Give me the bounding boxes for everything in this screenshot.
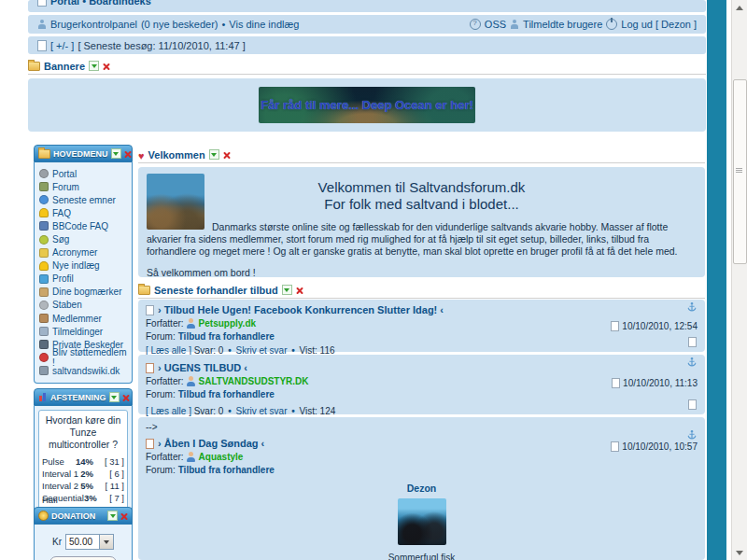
banners-title: Bannere bbox=[44, 61, 85, 72]
sidebar-item-profil[interactable]: Profil bbox=[38, 273, 128, 286]
sidebar-item-staben[interactable]: Staben bbox=[38, 299, 128, 312]
collapse-toggle-icon[interactable] bbox=[89, 61, 99, 71]
signature-photo-link[interactable] bbox=[146, 498, 698, 545]
replies-count: Svar: 0 bbox=[194, 406, 224, 416]
donation-title: DONATION bbox=[51, 511, 105, 521]
page-icon bbox=[37, 0, 47, 7]
sidebar-item-tilmeldinger[interactable]: Tilmeldinger bbox=[38, 325, 128, 338]
ucp-link[interactable]: Brugerkontrolpanel bbox=[50, 19, 137, 30]
close-icon[interactable] bbox=[122, 394, 130, 401]
date-icon bbox=[611, 441, 619, 452]
author-link[interactable]: SALTVANDSUDSTYR.DK bbox=[199, 376, 309, 386]
collapse-toggle-icon[interactable] bbox=[282, 285, 292, 295]
coin-icon bbox=[38, 511, 49, 521]
sidebar-item-forum[interactable]: Forum bbox=[38, 180, 128, 193]
collapse-toggle-icon[interactable] bbox=[111, 148, 121, 159]
page-edge-strip bbox=[707, 0, 726, 560]
report-icon[interactable] bbox=[688, 337, 697, 347]
scrollbar-up-arrow[interactable] bbox=[732, 0, 747, 15]
forum-link[interactable]: Tilbud fra forhandlere bbox=[178, 389, 275, 399]
poll-question: Hvordan køre din Tunze multicontroller ? bbox=[42, 414, 124, 451]
post-title-link[interactable]: › Åben I Dag Søndag ‹ bbox=[158, 438, 264, 449]
amount-select[interactable]: 50.00 bbox=[65, 534, 114, 550]
banner-ad[interactable]: Får råd til mere... Deep Ocean er her! bbox=[259, 87, 475, 123]
forum-label: Forum: bbox=[146, 465, 176, 475]
offers-section-header: Seneste forhandler tilbud bbox=[138, 282, 705, 299]
logout-link[interactable]: Log ud [ Dezon ] bbox=[621, 19, 697, 30]
author-link[interactable]: Petsupply.dk bbox=[199, 318, 257, 329]
main-menu-header: HOVEDMENU bbox=[34, 145, 133, 162]
author-link[interactable]: Aquastyle bbox=[199, 452, 244, 462]
portal-icon bbox=[39, 169, 49, 178]
breadcrumb[interactable]: Portal • Boardindeks bbox=[50, 0, 151, 7]
collapse-toggle-icon[interactable] bbox=[107, 511, 118, 521]
scrollbar-down-arrow[interactable] bbox=[732, 545, 747, 560]
sidebar-item-bogmaerker[interactable]: Dine bogmærker bbox=[38, 286, 128, 299]
collapse-toggle-icon[interactable] bbox=[209, 149, 219, 160]
offer-post: › Tilbud Hele Ugen! Facebook Konkurrence… bbox=[138, 300, 705, 352]
scrollbar-thumb[interactable] bbox=[733, 79, 747, 264]
sidebar-item-faq[interactable]: FAQ bbox=[38, 206, 128, 219]
topic-icon bbox=[146, 363, 154, 373]
welcome-panel: Velkommen til Saltvandsforum.dk For folk… bbox=[138, 167, 705, 277]
amount-value: 50.00 bbox=[66, 537, 99, 547]
donation-header: DONATION bbox=[34, 507, 133, 525]
poll-option: Interval 2 5% [ 11 ] bbox=[42, 480, 124, 492]
scrollbar[interactable] bbox=[731, 0, 747, 560]
write-reply-link[interactable]: Skriv et svar bbox=[235, 406, 287, 416]
sidebar-item-medlemmer[interactable]: Medlemmer bbox=[38, 312, 128, 325]
offer-post: › UGENS TILBUD ‹ Forfatter: SALTVANDSUDS… bbox=[138, 355, 705, 414]
report-icon[interactable] bbox=[688, 399, 697, 410]
signature-caption: Sommerfugl fisk bbox=[146, 553, 698, 560]
sidebar-item-seneste-emner[interactable]: Seneste emner bbox=[38, 193, 128, 206]
close-icon[interactable] bbox=[103, 63, 110, 70]
new-messages-link[interactable]: (0 nye beskeder) bbox=[141, 19, 218, 30]
heart-icon bbox=[138, 147, 145, 163]
sidebar-item-stoettemedlem[interactable]: Bliv støttemedlem ! bbox=[38, 351, 128, 364]
oss-link[interactable]: OSS bbox=[485, 19, 506, 30]
anchor-icon[interactable] bbox=[686, 357, 698, 371]
post-title-link[interactable]: › Tilbud Hele Ugen! Facebook Konkurrence… bbox=[158, 304, 444, 315]
post-title-link[interactable]: › UGENS TILBUD ‹ bbox=[158, 362, 247, 373]
dropdown-arrow-icon[interactable] bbox=[99, 535, 113, 549]
bookmarks-icon bbox=[39, 287, 49, 297]
forum-link[interactable]: Tilbud fra forhandlere bbox=[178, 465, 275, 475]
read-all-link[interactable]: [ Læs alle ] bbox=[146, 406, 191, 416]
poll-option: Interval 1 2% [ 6 ] bbox=[42, 468, 124, 480]
sidebar-main-menu: HOVEDMENU Portal Forum Seneste emner FAQ… bbox=[34, 145, 133, 384]
acronyms-icon bbox=[39, 248, 49, 258]
topic-icon bbox=[146, 305, 154, 315]
collapse-toggle-icon[interactable] bbox=[109, 392, 120, 402]
page-icon bbox=[37, 40, 47, 51]
paypal-button[interactable]: PayPal bbox=[49, 556, 117, 560]
close-icon[interactable] bbox=[124, 150, 132, 158]
sidebar-item-nye-indlaeg[interactable]: Nye indlæg bbox=[38, 259, 128, 273]
faq-icon bbox=[470, 19, 481, 30]
forum-icon bbox=[39, 182, 49, 191]
date-icon bbox=[612, 378, 620, 388]
anchor-icon[interactable] bbox=[686, 302, 698, 315]
registrations-icon bbox=[39, 327, 49, 336]
forum-label: Forum: bbox=[146, 331, 176, 342]
forum-link[interactable]: Tilbud fra forhandlere bbox=[178, 331, 275, 342]
banners-section-header: Bannere bbox=[28, 58, 706, 75]
close-icon[interactable] bbox=[120, 512, 128, 520]
offers-icon bbox=[138, 286, 150, 295]
sidebar-item-portal[interactable]: Portal bbox=[38, 167, 128, 180]
post-date: 10/10/2010, 12:54 bbox=[622, 321, 698, 331]
topic-icon bbox=[146, 439, 154, 449]
welcome-heading-2: For folk med saltvand i blodet... bbox=[138, 196, 705, 212]
close-icon[interactable] bbox=[296, 287, 303, 294]
members-link[interactable]: Tilmeldte brugere bbox=[523, 19, 602, 30]
sidebar-item-acronymer[interactable]: Acronymer bbox=[38, 246, 128, 259]
members-icon bbox=[510, 20, 519, 29]
sidebar-item-soeg[interactable]: Søg bbox=[38, 232, 128, 245]
view-posts-link[interactable]: Vis dine indlæg bbox=[229, 19, 299, 30]
sidebar-item-saltvandswiki[interactable]: saltvandswiki.dk bbox=[38, 364, 128, 377]
close-icon[interactable] bbox=[223, 151, 231, 159]
expand-collapse-toggle[interactable]: [ +/- ] bbox=[50, 40, 74, 51]
forum-page: Portal • Boardindeks Brugerkontrolpanel … bbox=[0, 0, 747, 560]
views-count: Vist: 124 bbox=[300, 406, 336, 416]
sidebar-item-bbcode-faq[interactable]: BBCode FAQ bbox=[38, 219, 128, 232]
author-label: Forfatter: bbox=[146, 452, 184, 462]
